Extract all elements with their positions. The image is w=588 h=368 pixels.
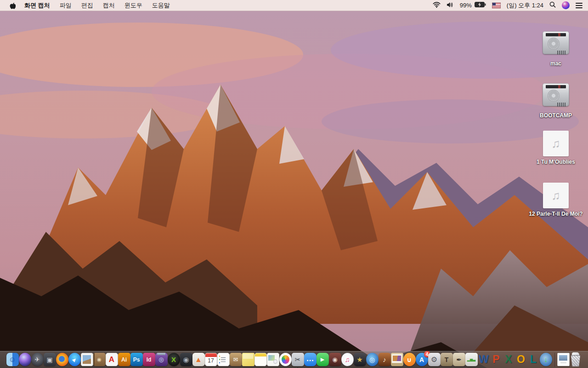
preview-icon — [81, 353, 93, 366]
dock-item-trash-full[interactable] — [570, 353, 582, 368]
dock-item-grab-screen-capture[interactable]: ✂ — [292, 353, 304, 368]
dock-item-mission-control[interactable]: ▣ — [44, 353, 56, 368]
dock-item-disk-tool[interactable]: ◉ — [180, 353, 192, 368]
dock-item-document-file[interactable] — [557, 353, 570, 368]
dock-item-toast-titanium[interactable]: ◎ — [155, 353, 168, 368]
wifi-icon[interactable] — [433, 2, 441, 9]
dock-item-acrobat-reader[interactable]: A — [106, 353, 118, 368]
dock-item-vlc[interactable]: ▲ — [192, 353, 205, 368]
dock-item-the-unarchiver[interactable]: ✉ — [230, 353, 242, 368]
notes-detail-0 — [255, 353, 266, 356]
menu-item-0[interactable]: 파일 — [60, 1, 72, 10]
dock-item-ms-word[interactable]: W — [478, 353, 490, 368]
disk-tool-glyph: ◉ — [183, 356, 189, 363]
dock-item-photo-booth[interactable]: ◉ — [329, 353, 341, 368]
menu-item-3[interactable]: 윈도우 — [124, 1, 142, 10]
menu-item-2[interactable]: 캡처 — [103, 1, 115, 10]
mission-control-glyph: ▣ — [46, 356, 52, 363]
apple-menu-icon[interactable] — [9, 1, 16, 9]
download-manager-glyph: ↓ — [544, 356, 548, 363]
pages-icon: ✒ — [453, 353, 465, 366]
dock-item-facetime[interactable]: ▶ — [317, 353, 329, 368]
dock-item-preview[interactable] — [81, 353, 93, 368]
notification-center-icon[interactable] — [576, 3, 582, 8]
dock-item-firefox[interactable] — [56, 353, 68, 368]
menu-app-name[interactable]: 화면 캡처 — [24, 1, 50, 10]
dock-item-dvd-ripper[interactable]: ◎ — [366, 353, 379, 368]
indesign-glyph: Id — [147, 357, 152, 362]
illustrator-glyph: Ai — [121, 357, 127, 362]
audio-file-icon: ♫ — [543, 131, 569, 156]
dock-item-pages[interactable]: ✒ — [453, 353, 465, 368]
trash-full-icon — [570, 353, 582, 366]
calendar-detail-0 — [205, 353, 217, 357]
dock-item-notes[interactable] — [254, 353, 267, 368]
dock-item-ms-excel[interactable]: X — [503, 353, 515, 368]
dock-item-contacts[interactable]: ◉ — [93, 353, 106, 368]
imovie-icon: ★ — [354, 353, 366, 366]
dock-item-ms-powerpoint[interactable]: P — [490, 353, 503, 368]
dock-item-garageband[interactable]: ♪ — [379, 353, 391, 368]
grab-screen-capture-icon: ✂ — [292, 353, 304, 366]
dock-item-messages[interactable]: … — [304, 353, 317, 368]
desktop-icon-label: 1 Tu M'Oublies — [537, 159, 575, 166]
desktop-icon-label: 12 Parle-T-Il De Moi? — [529, 211, 582, 218]
dock-item-launchpad[interactable]: ✈ — [31, 353, 44, 368]
dock-item-photoshop[interactable]: Ps — [130, 353, 143, 368]
dock-item-finder[interactable]: ☺ — [6, 353, 19, 368]
menu-item-4[interactable]: 도움말 — [152, 1, 170, 10]
reminders-detail-0 — [219, 356, 220, 357]
ms-outlook-glyph: O — [517, 354, 525, 365]
numbers-glyph: ▂▅▃ — [467, 358, 475, 362]
dock-item-dock-separator — [552, 353, 557, 368]
dvd-ripper-glyph: ◎ — [369, 356, 375, 363]
desktop-icon-bootcamp-drive[interactable]: BOOTCAMP — [527, 81, 584, 119]
dock-item-app-store[interactable]: A4 — [416, 353, 428, 368]
menu-item-1[interactable]: 편집 — [81, 1, 93, 10]
dock-item-ms-outlook[interactable]: O — [515, 353, 527, 368]
dock-item-download-manager[interactable]: ↓ — [540, 353, 552, 368]
dock-item-iweb[interactable] — [267, 353, 279, 368]
dock-item-imovie[interactable]: ★ — [354, 353, 366, 368]
desktop-icon-audio-file-2[interactable]: ♫12 Parle-T-Il De Moi? — [527, 183, 584, 218]
dock-item-safari[interactable]: ▶ — [68, 353, 81, 368]
dock-item-numbers[interactable]: ▂▅▃ — [465, 353, 478, 368]
siri-icon[interactable] — [562, 1, 570, 9]
launchpad-icon: ✈ — [31, 353, 44, 366]
menu-clock[interactable]: (일) 오후 1:24 — [507, 1, 543, 10]
dock-item-ms-lync[interactable]: L — [527, 353, 540, 368]
desktop-icon-label: mac — [550, 60, 561, 67]
dock-item-system-preferences[interactable]: ⚙ — [428, 353, 441, 368]
dock-item-indesign[interactable]: Id — [143, 353, 155, 368]
audio-file-icon: ♫ — [543, 183, 569, 208]
dock-item-photo-collage[interactable] — [391, 353, 403, 368]
desktop-icon-mac-drive[interactable]: mac — [527, 29, 584, 67]
facetime-glyph: ▶ — [321, 357, 324, 362]
dock-item-reminders[interactable]: ☰ — [217, 353, 230, 368]
preview-detail-0 — [83, 355, 91, 364]
finder-glyph: ☺ — [9, 356, 16, 363]
xbmc-icon: X — [168, 353, 180, 366]
ms-lync-icon: L — [527, 353, 540, 366]
battery-charging-icon[interactable] — [475, 2, 486, 9]
dock-item-xbmc[interactable]: X — [168, 353, 180, 368]
dock-item-ibooks[interactable]: ∪ — [403, 353, 416, 368]
disk-tool-icon: ◉ — [180, 353, 192, 366]
dock-item-keynote[interactable]: T — [441, 353, 453, 368]
dock-item-siri[interactable] — [19, 353, 31, 368]
dock-item-calendar[interactable]: 17 — [205, 353, 217, 368]
spotlight-search-icon[interactable] — [549, 1, 556, 9]
volume-icon[interactable] — [447, 2, 454, 9]
dock-item-illustrator[interactable]: Ai — [118, 353, 130, 368]
desktop-icon-audio-file-1[interactable]: ♫1 Tu M'Oublies — [527, 131, 584, 166]
dock-item-itunes[interactable]: ♫ — [341, 353, 354, 368]
input-source-us-flag[interactable] — [492, 2, 501, 8]
reminders-glyph: ☰ — [220, 356, 226, 363]
dock-item-photos[interactable] — [279, 353, 292, 368]
xbmc-glyph: X — [171, 356, 176, 363]
download-manager-icon: ↓ — [540, 353, 552, 366]
trash-basket — [570, 355, 581, 367]
dock-item-stickies[interactable] — [242, 353, 254, 368]
safari-glyph: ▶ — [72, 356, 78, 362]
photo-booth-icon: ◉ — [329, 353, 341, 366]
